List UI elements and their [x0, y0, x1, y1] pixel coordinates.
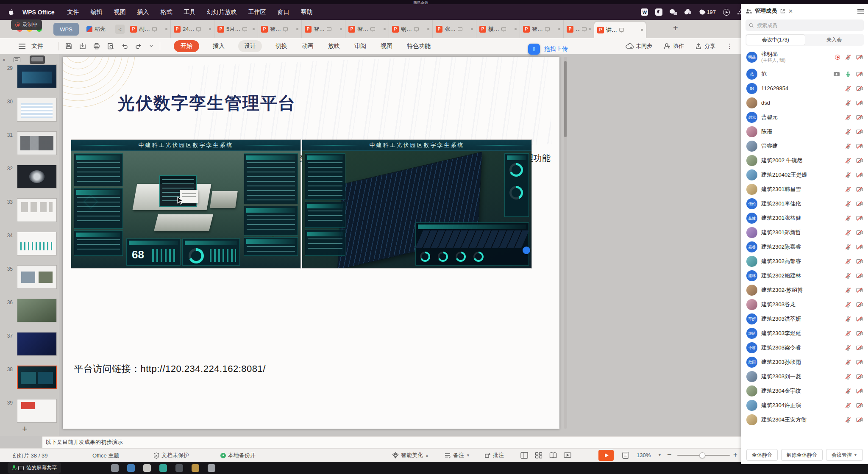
mic-status-icon[interactable] — [845, 230, 851, 236]
mic-status-icon[interactable] — [845, 417, 851, 423]
more-options-icon[interactable]: ⋮ — [726, 42, 733, 50]
mic-status-icon[interactable] — [845, 359, 851, 365]
collapse-panel-icon[interactable]: » — [3, 57, 5, 63]
ribbon-tab[interactable]: 开始 — [174, 40, 199, 52]
menu-item[interactable]: 帮助 — [300, 8, 312, 16]
member-row[interactable]: 建筑2303谷龙 — [741, 297, 868, 312]
slide-sorter-view-icon[interactable] — [535, 452, 542, 459]
menu-item[interactable]: 工作区 — [248, 8, 266, 16]
camera-status-icon[interactable] — [856, 330, 863, 336]
member-row[interactable]: 碧元 曹碧元 — [741, 110, 868, 125]
mute-all-button[interactable]: 全体静音 — [746, 449, 778, 461]
mic-status-icon[interactable] — [845, 71, 851, 77]
collaborate-button[interactable]: 协作 — [663, 42, 684, 50]
play-tray-icon[interactable] — [723, 9, 730, 16]
wps-tray-icon[interactable]: W — [641, 8, 648, 16]
camera-status-icon[interactable] — [856, 54, 863, 60]
document-tab[interactable]: P 智… — [345, 20, 389, 38]
menu-item[interactable]: 视图 — [114, 8, 125, 16]
member-row[interactable]: 建筑2303刘一菱 — [741, 369, 868, 384]
mic-status-icon[interactable] — [845, 287, 851, 293]
camera-status-icon[interactable] — [856, 359, 863, 365]
dashboard-image-right[interactable]: 中建科工光伏园区数字孪生系统 — [302, 140, 531, 268]
add-slide-button[interactable]: + — [22, 424, 28, 435]
unmute-all-button[interactable]: 解除全体静音 — [781, 449, 823, 461]
member-row[interactable]: 陈语 — [741, 125, 868, 139]
menu-item[interactable]: 格式 — [160, 8, 172, 16]
apple-menu-icon[interactable] — [8, 9, 14, 16]
mic-status-icon[interactable] — [845, 345, 851, 351]
drag-upload-hint[interactable]: ⇧ 拖拽上传 — [528, 44, 568, 55]
member-row[interactable]: 萃妍 建筑2303洪萃妍 — [741, 312, 868, 326]
slide-thumbnail[interactable] — [17, 232, 57, 255]
member-row[interactable]: 建筑2301郑新哲 — [741, 225, 868, 240]
sync-status-button[interactable]: 未同步 — [625, 42, 652, 50]
dock-icon[interactable] — [192, 464, 199, 472]
main-menu-icon[interactable] — [19, 44, 25, 49]
mic-status-icon[interactable] — [845, 316, 851, 322]
camera-status-icon[interactable] — [856, 273, 863, 279]
member-row[interactable]: 令睿 建筑2303梁令睿 — [741, 341, 868, 355]
mic-status-icon[interactable] — [845, 388, 851, 394]
slide-thumbnail[interactable] — [17, 299, 57, 322]
member-row[interactable]: 益健 建筑2301张益健 — [741, 211, 868, 225]
camera-status-icon[interactable] — [856, 388, 863, 394]
slide-thumbnail[interactable] — [17, 64, 57, 88]
document-tab[interactable]: P 智… — [258, 20, 302, 38]
zoom-slider-knob[interactable] — [699, 452, 705, 458]
tab-scroll-left-button[interactable]: < — [115, 25, 125, 34]
notes-toggle-button[interactable]: 备注▼ — [444, 451, 470, 460]
ribbon-tab[interactable]: 放映 — [327, 41, 341, 52]
outline-view-icon[interactable] — [14, 57, 20, 62]
redo-icon[interactable] — [135, 42, 142, 50]
menu-item[interactable]: 工具 — [184, 8, 195, 16]
comments-button[interactable]: 批注 — [484, 451, 504, 460]
document-tab[interactable]: P 智… — [520, 20, 564, 38]
undo-icon[interactable] — [121, 42, 128, 50]
member-row[interactable]: 建林 建筑2302鲍建林 — [741, 269, 868, 283]
output-icon[interactable] — [79, 42, 86, 50]
camera-status-icon[interactable] — [856, 230, 863, 236]
tab-in-meeting[interactable]: 会议中(173) — [746, 34, 805, 45]
wps-home-button[interactable]: WPS — [53, 23, 79, 36]
zoom-dropdown-caret[interactable]: ▼ — [658, 453, 662, 457]
camera-status-icon[interactable] — [856, 316, 863, 322]
toolbar-expand-icon[interactable] — [149, 44, 154, 49]
camera-status-icon[interactable] — [856, 100, 863, 106]
member-row[interactable]: 建筑2302高郁睿 — [741, 254, 868, 269]
zoom-slider[interactable] — [677, 455, 730, 456]
zoom-level[interactable]: 130% — [637, 452, 651, 458]
meeting-tray-icon[interactable] — [684, 9, 692, 15]
dock-icon[interactable] — [208, 464, 215, 472]
panel-menu-icon[interactable] — [857, 9, 864, 14]
dock-icon[interactable] — [159, 464, 167, 472]
menu-item[interactable]: 幻灯片放映 — [207, 8, 236, 16]
camera-status-icon[interactable] — [856, 186, 863, 192]
member-row[interactable]: 建筑2304金宇纹 — [741, 384, 868, 398]
zoom-out-button[interactable]: − — [667, 450, 672, 459]
document-tab[interactable]: P 智… — [302, 20, 345, 38]
mic-status-icon[interactable] — [845, 186, 851, 192]
member-row[interactable]: dsd — [741, 96, 868, 110]
mic-status-icon[interactable] — [845, 215, 851, 221]
menu-item[interactable]: 窗口 — [277, 8, 289, 16]
document-tab[interactable]: P 5月… — [214, 20, 258, 38]
camera-status-icon[interactable] — [856, 287, 863, 293]
slide-title[interactable]: 光伏数字孪生管理平台 — [118, 91, 296, 115]
meeting-control-button[interactable]: 会议管控▼ — [826, 449, 863, 461]
popout-panel-icon[interactable] — [780, 8, 785, 14]
member-row[interactable]: 建筑2302-苏绍博 — [741, 283, 868, 297]
print-preview-icon[interactable] — [107, 42, 114, 50]
smart-beautify-button[interactable]: 智能美化▲ — [392, 451, 429, 460]
member-row[interactable]: 建筑2301韩昌雪 — [741, 182, 868, 197]
camera-status-icon[interactable] — [856, 129, 863, 135]
mic-status-icon[interactable] — [845, 100, 851, 106]
fit-slide-button[interactable] — [622, 452, 629, 459]
member-search-box[interactable] — [746, 19, 864, 31]
mic-status-icon[interactable] — [845, 143, 851, 149]
wechat-tray-icon[interactable] — [670, 9, 677, 15]
theme-label[interactable]: Office 主题 — [92, 452, 119, 460]
member-row[interactable]: 建筑2304王安方衡 — [741, 413, 868, 427]
camera-status-icon[interactable] — [856, 244, 863, 250]
slide-canvas[interactable]: 光伏数字孪生管理平台 结合光伏项目开展光伏数字孪生管理平台研发，平台可远程实现光… — [63, 57, 559, 429]
